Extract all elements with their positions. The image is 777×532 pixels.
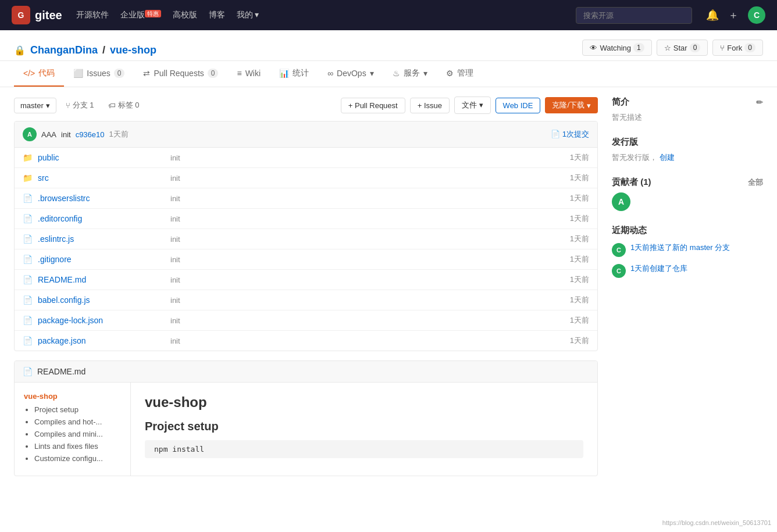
- file-name-link[interactable]: README.md: [38, 275, 166, 284]
- tab-stats[interactable]: 📊 统计: [270, 61, 318, 87]
- list-item[interactable]: Compiles and hot-...: [34, 417, 121, 426]
- plus-icon[interactable]: ＋: [728, 8, 739, 22]
- sidebar-contributors-section: 贡献者 (1) 全部 A: [612, 177, 763, 211]
- clone-button[interactable]: 克隆/下载 ▾: [545, 97, 598, 113]
- watching-button[interactable]: 👁 Watching 1: [582, 40, 651, 56]
- file-name-link[interactable]: .gitignore: [38, 255, 166, 264]
- tab-issues[interactable]: ⬜ Issues 0: [64, 61, 134, 87]
- list-item[interactable]: Compiles and mini...: [34, 430, 121, 438]
- watching-count: 1: [633, 43, 644, 52]
- file-name-link[interactable]: .eslintrc.js: [38, 234, 166, 244]
- file-name-link[interactable]: .browserslistrc: [38, 194, 166, 203]
- logo-text: gitee: [35, 9, 62, 22]
- toc-active-item[interactable]: vue-shop: [24, 392, 121, 401]
- commit-time: 1天前: [109, 129, 129, 140]
- file-button[interactable]: 文件 ▾: [454, 97, 491, 114]
- list-item: C 1天前创建了仓库: [612, 263, 763, 278]
- file-name-link[interactable]: package-lock.json: [38, 316, 166, 325]
- file-time: 1天前: [570, 152, 589, 163]
- services-icon: ♨: [393, 69, 400, 78]
- readme-toc: vue-shop Project setup Compiles and hot-…: [15, 383, 131, 476]
- commit-count-icon: 📄: [551, 130, 560, 138]
- star-button[interactable]: ☆ Star 0: [657, 40, 708, 56]
- tab-pull-requests[interactable]: ⇄ Pull Requests 0: [134, 61, 227, 87]
- page-wrap: 🔒 ChanganDina / vue-shop 👁 Watching 1 ☆ …: [0, 30, 777, 532]
- commit-hash[interactable]: c936e10: [76, 130, 105, 139]
- file-time: 1天前: [570, 335, 589, 346]
- contrib-all-link[interactable]: 全部: [748, 177, 763, 188]
- repo-owner-link[interactable]: ChanganDina: [30, 44, 98, 56]
- fork-button[interactable]: ⑂ Fork 0: [712, 40, 763, 56]
- nav-mine[interactable]: 我的 ▾: [237, 10, 259, 20]
- file-time: 1天前: [570, 295, 589, 305]
- file-table: A AAA init c936e10 1天前 📄 1次提交 📁 public i…: [14, 121, 598, 351]
- stats-icon: 📊: [279, 69, 289, 78]
- tab-services[interactable]: ♨ 服务 ▾: [383, 61, 437, 87]
- star-label: Star: [673, 44, 687, 52]
- list-item[interactable]: Customize configu...: [34, 454, 121, 463]
- tab-devops[interactable]: ∞ DevOps ▾: [318, 61, 383, 87]
- commit-message: init: [61, 130, 71, 139]
- file-commit-msg: init: [170, 194, 565, 203]
- sidebar-release-title: 发行版: [612, 137, 763, 148]
- wiki-icon: ≡: [237, 69, 241, 78]
- nav-blog[interactable]: 博客: [209, 10, 225, 20]
- commit-count[interactable]: 📄 1次提交: [551, 129, 589, 140]
- file-icon: 📄: [23, 336, 33, 345]
- edit-icon[interactable]: ✏: [756, 98, 763, 107]
- search-bar: [576, 7, 692, 24]
- activity-link[interactable]: 1天前推送了新的 master 分支: [630, 243, 730, 252]
- star-count: 0: [690, 43, 701, 52]
- readme-header: 📄 README.md: [15, 361, 597, 383]
- contributor-avatar[interactable]: A: [612, 192, 630, 211]
- table-row: 📄 README.md init 1天前: [15, 270, 597, 290]
- file-commit-msg: init: [170, 316, 565, 325]
- manage-icon: ⚙: [446, 69, 454, 78]
- fork-label: Fork: [727, 44, 742, 52]
- bell-icon[interactable]: 🔔: [706, 9, 719, 22]
- issue-button[interactable]: + Issue: [410, 98, 450, 113]
- readme-main-title: vue-shop: [145, 394, 583, 410]
- create-release-link[interactable]: 创建: [660, 153, 675, 162]
- tab-wiki[interactable]: ≡ Wiki: [227, 61, 270, 87]
- file-commit-msg: init: [170, 174, 565, 183]
- commit-author-name[interactable]: AAA: [41, 130, 56, 139]
- file-commit-msg: init: [170, 276, 565, 284]
- repo-name-link[interactable]: vue-shop: [110, 44, 156, 56]
- file-commit-msg: init: [170, 215, 565, 223]
- star-icon: ☆: [664, 44, 671, 52]
- repo-tabs: </> 代码 ⬜ Issues 0 ⇄ Pull Requests 0 ≡ Wi…: [0, 61, 777, 87]
- activity-link[interactable]: 1天前创建了仓库: [630, 264, 687, 273]
- list-item[interactable]: Project setup: [34, 405, 121, 414]
- issues-icon: ⬜: [73, 69, 83, 78]
- file-name-link[interactable]: babel.config.js: [38, 295, 166, 305]
- file-toolbar: master ▾ ⑂ 分支 1 🏷 标签 0 + Pull Request + …: [14, 97, 598, 114]
- chevron-down-icon: ▾: [46, 101, 50, 110]
- list-item: C 1天前推送了新的 master 分支: [612, 242, 763, 257]
- file-time: 1天前: [570, 173, 589, 183]
- logo[interactable]: G gitee: [12, 6, 62, 24]
- list-item[interactable]: Lints and fixes files: [34, 442, 121, 451]
- tab-manage[interactable]: ⚙ 管理: [437, 61, 483, 87]
- file-name-link[interactable]: package.json: [38, 336, 166, 345]
- tab-code[interactable]: </> 代码: [14, 61, 64, 87]
- pull-request-button[interactable]: + Pull Request: [341, 98, 405, 113]
- nav-campus[interactable]: 高校版: [173, 10, 197, 20]
- top-navigation: G gitee 开源软件 企业版 特惠 高校版 博客 我的 ▾ 🔔 ＋ C: [0, 0, 777, 30]
- file-name-link[interactable]: src: [38, 173, 166, 183]
- file-name-link[interactable]: public: [38, 153, 166, 162]
- nav-open-source[interactable]: 开源软件: [76, 10, 109, 20]
- file-icon: 📄: [23, 316, 33, 325]
- search-input[interactable]: [576, 7, 692, 24]
- file-time: 1天前: [570, 254, 589, 265]
- user-avatar[interactable]: C: [748, 6, 765, 24]
- webide-button[interactable]: Web IDE: [496, 98, 541, 113]
- file-name-link[interactable]: .editorconfig: [38, 214, 166, 223]
- nav-enterprise[interactable]: 企业版 特惠: [120, 10, 161, 20]
- file-commit-msg: init: [170, 337, 565, 345]
- tag-stat: 🏷 标签 0: [104, 97, 144, 113]
- sidebar-intro-title: 简介 ✏: [612, 97, 763, 108]
- table-row: 📄 .editorconfig init 1天前: [15, 209, 597, 229]
- readme-content: vue-shop Project setup npm install: [131, 383, 597, 476]
- branch-selector[interactable]: master ▾: [14, 98, 56, 113]
